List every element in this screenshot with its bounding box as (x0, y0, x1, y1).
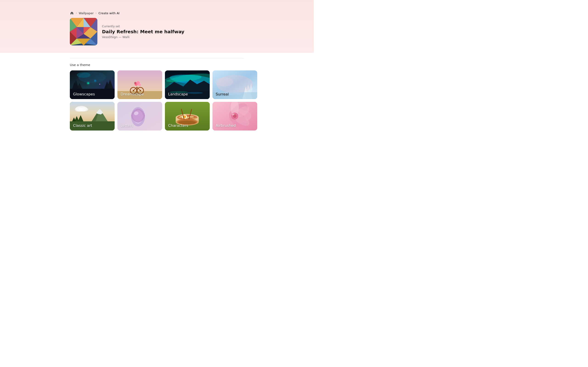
theme-letters-label: Letters (121, 123, 133, 128)
theme-glowscapes-label: Glowscapes (73, 92, 95, 96)
theme-card-letters[interactable]: Letters (117, 102, 162, 131)
svg-point-56 (187, 92, 203, 94)
svg-point-76 (79, 107, 88, 111)
svg-point-46 (138, 83, 141, 86)
wallpaper-author: VessDSign — Walli (102, 35, 184, 39)
header-section: › Wallpaper › Create with AI (0, 0, 314, 53)
breadcrumb: › Wallpaper › Create with AI (70, 11, 120, 15)
theme-dreamscape-label: Dreamscape (121, 92, 144, 96)
theme-card-dreamscape[interactable]: Dreamscape (117, 70, 162, 99)
theme-classic-art-label: Classic art (73, 123, 92, 128)
home-icon[interactable] (70, 11, 74, 15)
wallpaper-title: Daily Refresh: Meet me halfway (102, 29, 184, 34)
svg-point-45 (134, 82, 137, 84)
theme-surreal-label: Surreal (216, 92, 229, 96)
svg-point-63 (215, 77, 233, 86)
wallpaper-info: Currently set Daily Refresh: Meet me hal… (102, 25, 184, 39)
theme-card-landscape[interactable]: Landscape (165, 70, 210, 99)
wallpaper-preview[interactable] (70, 18, 97, 45)
theme-landscape-label: Landscape (168, 92, 188, 96)
theme-card-surreal[interactable]: Surreal (212, 70, 257, 99)
breadcrumb-separator-2: › (95, 11, 97, 15)
breadcrumb-wallpaper[interactable]: Wallpaper (79, 11, 94, 15)
svg-point-33 (77, 72, 90, 78)
theme-card-glowscapes[interactable]: Glowscapes (70, 70, 115, 99)
theme-card-characters[interactable]: Characters (165, 102, 210, 131)
breadcrumb-create-with-ai: Create with AI (99, 11, 120, 15)
theme-card-airbrushed[interactable]: Airbrushed (212, 102, 257, 131)
main-content: Use a theme (0, 53, 314, 176)
themes-grid: Glowscapes (70, 70, 244, 131)
svg-point-31 (99, 84, 100, 85)
breadcrumb-separator-1: › (76, 11, 77, 15)
currently-set-label: Currently set (102, 25, 184, 28)
theme-card-classic-art[interactable]: Classic art (70, 102, 115, 131)
theme-characters-label: Characters (168, 123, 188, 128)
section-title: Use a theme (70, 63, 244, 67)
divider (70, 58, 244, 58)
theme-airbrushed-label: Airbrushed (216, 123, 236, 128)
currently-set-container: Currently set Daily Refresh: Meet me hal… (70, 18, 184, 45)
